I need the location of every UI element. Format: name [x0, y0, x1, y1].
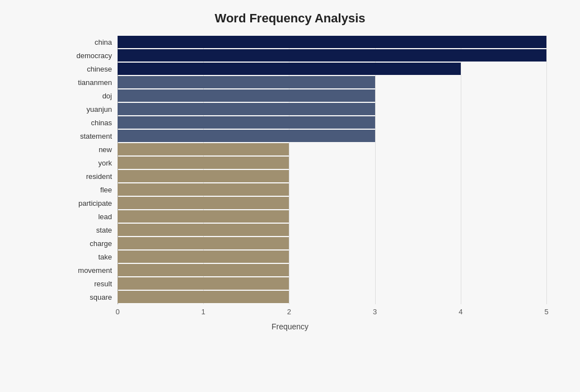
bar-row: result [118, 277, 546, 290]
bar-track [118, 143, 546, 155]
bar-label: charge [62, 239, 118, 248]
bar-fill [118, 264, 289, 276]
bar-track [118, 36, 546, 48]
bar-row: charge [118, 237, 546, 249]
bar-row: movement [118, 264, 546, 276]
bar-label: result [62, 280, 118, 288]
bar-track [118, 89, 546, 102]
bar-label: china [62, 38, 118, 46]
bar-row: chinese [118, 63, 546, 75]
bar-label: democracy [62, 51, 118, 60]
bar-fill [118, 210, 289, 223]
bar-fill [118, 183, 289, 196]
grid-line [546, 36, 547, 304]
bar-fill [118, 224, 289, 236]
bar-row: statement [118, 130, 546, 142]
bar-fill [118, 36, 546, 48]
bar-track [118, 183, 546, 196]
bar-row: chinas [118, 116, 546, 129]
bar-row: york [118, 157, 546, 169]
bar-label: participate [62, 199, 118, 207]
bar-label: york [62, 159, 118, 167]
bar-label: movement [62, 266, 118, 275]
bar-row: tiananmen [118, 76, 546, 88]
bar-row: flee [118, 183, 546, 196]
bar-track [118, 291, 546, 303]
x-tick: 2 [287, 308, 291, 316]
bar-track [118, 103, 546, 115]
bar-track [118, 170, 546, 182]
bar-fill [118, 277, 289, 290]
bar-row: yuanjun [118, 103, 546, 115]
bar-fill [118, 251, 289, 263]
bar-label: statement [62, 132, 118, 140]
bars-container: chinademocracychinesetiananmendojyuanjun… [118, 36, 546, 303]
bar-fill [118, 170, 289, 182]
bar-label: chinese [62, 65, 118, 73]
bar-track [118, 76, 546, 88]
bar-track [118, 116, 546, 129]
bar-label: tiananmen [62, 78, 118, 87]
bar-track [118, 264, 546, 276]
x-tick: 5 [544, 308, 548, 316]
bar-row: resident [118, 170, 546, 182]
bar-label: yuanjun [62, 105, 118, 114]
bar-track [118, 63, 546, 75]
bar-fill [118, 63, 461, 75]
bar-track [118, 130, 546, 142]
chart-title: Word Frequency Analysis [34, 11, 546, 26]
bar-label: lead [62, 212, 118, 221]
bar-fill [118, 76, 375, 88]
bar-row: state [118, 224, 546, 236]
bar-track [118, 224, 546, 236]
bar-track [118, 251, 546, 263]
bar-fill [118, 157, 289, 169]
bar-track [118, 210, 546, 223]
bar-row: square [118, 291, 546, 303]
bar-row: take [118, 251, 546, 263]
bar-track [118, 237, 546, 249]
bar-track [118, 197, 546, 209]
bar-label: take [62, 253, 118, 261]
bar-row: lead [118, 210, 546, 223]
bar-label: new [62, 145, 118, 154]
bar-label: chinas [62, 119, 118, 127]
bar-label: state [62, 226, 118, 234]
bar-track [118, 277, 546, 290]
bar-fill [118, 89, 375, 102]
bar-fill [118, 130, 375, 142]
x-tick: 0 [115, 308, 119, 316]
bar-row: doj [118, 89, 546, 102]
bar-fill [118, 237, 289, 249]
bar-fill [118, 291, 289, 303]
bar-row: participate [118, 197, 546, 209]
bar-fill [118, 143, 289, 155]
bar-label: resident [62, 172, 118, 181]
chart-container: Word Frequency Analysis chinademocracych… [0, 0, 580, 392]
bar-label: flee [62, 186, 118, 194]
x-tick: 3 [373, 308, 377, 316]
bar-fill [118, 197, 289, 209]
bar-row: democracy [118, 49, 546, 62]
bar-fill [118, 49, 546, 62]
bar-fill [118, 116, 375, 129]
x-axis-label: Frequency [34, 322, 546, 331]
bar-label: square [62, 293, 118, 301]
bar-fill [118, 103, 375, 115]
x-tick: 1 [202, 308, 205, 316]
x-tick: 4 [459, 308, 462, 316]
bar-label: doj [62, 92, 118, 100]
bar-track [118, 157, 546, 169]
bar-track [118, 49, 546, 62]
bar-row: new [118, 143, 546, 155]
bar-row: china [118, 36, 546, 48]
